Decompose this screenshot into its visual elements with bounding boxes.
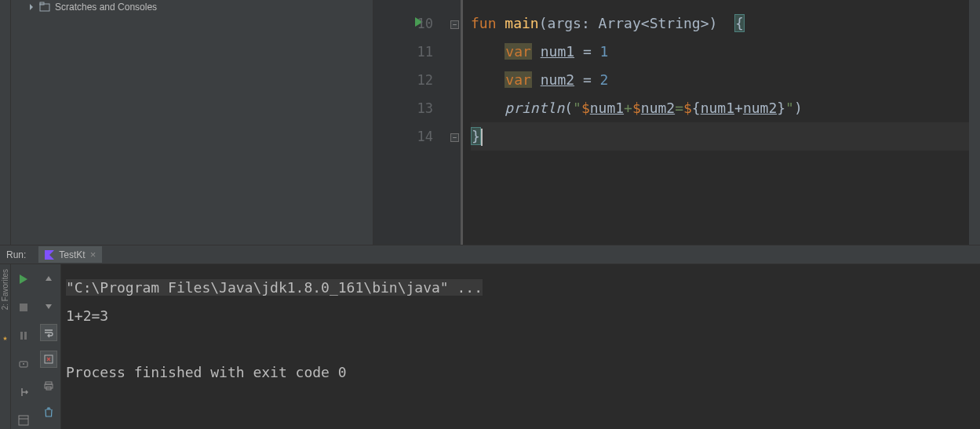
pause-button[interactable]: [15, 327, 32, 344]
layout-button[interactable]: [15, 412, 32, 429]
left-run-gutter: 2: Favorites ★: [0, 264, 11, 429]
down-arrow-button[interactable]: [40, 297, 57, 314]
code-line-12: var num2 = 2: [471, 66, 969, 94]
dump-button[interactable]: [15, 355, 32, 373]
editor-scrollbar[interactable]: [969, 0, 980, 245]
chevron-right-icon: [28, 4, 35, 10]
close-icon[interactable]: ×: [90, 249, 97, 260]
print-button[interactable]: [40, 377, 57, 394]
scroll-to-end-button[interactable]: [40, 351, 57, 368]
clear-button[interactable]: [40, 404, 57, 421]
run-tab-label: TestKt: [59, 249, 85, 260]
left-gutter-bar: [0, 0, 11, 245]
run-tab[interactable]: TestKt ×: [38, 246, 102, 263]
tree-item-scratches[interactable]: Scratches and Consoles: [11, 0, 373, 14]
folder-icon: [39, 2, 50, 13]
run-toolbar-secondary: [36, 264, 61, 429]
svg-rect-7: [19, 416, 28, 425]
project-tree-panel[interactable]: Scratches and Consoles: [11, 0, 373, 245]
text-caret: [481, 129, 483, 146]
fold-column[interactable]: − −: [449, 0, 461, 245]
favorites-label[interactable]: 2: Favorites: [1, 269, 9, 310]
svg-rect-3: [20, 332, 23, 340]
run-toolbar-primary: [11, 264, 36, 429]
code-line-14: }: [471, 122, 969, 151]
up-arrow-button[interactable]: [40, 271, 57, 288]
code-line-13: println("$num1+$num2=${num1+num2}"): [471, 94, 969, 122]
fold-minus-icon[interactable]: −: [450, 20, 459, 29]
console-blank: [66, 330, 975, 358]
svg-rect-2: [20, 304, 27, 311]
line-number-gutter: 10 11 12 13 14: [373, 0, 449, 245]
code-editor[interactable]: 10 11 12 13 14 − − fun main(args: Array<…: [373, 0, 980, 245]
console-exit-message: Process finished with exit code 0: [66, 358, 975, 387]
svg-rect-4: [24, 332, 27, 340]
rerun-button[interactable]: [15, 271, 32, 288]
stop-button[interactable]: [15, 299, 32, 316]
fold-minus-icon[interactable]: −: [450, 133, 459, 142]
star-icon[interactable]: ★: [2, 333, 7, 342]
code-text-area[interactable]: fun main(args: Array<String>) { var num1…: [461, 0, 969, 245]
run-label: Run:: [6, 249, 26, 260]
tree-item-label: Scratches and Consoles: [55, 2, 157, 13]
soft-wrap-button[interactable]: [40, 324, 57, 341]
code-line-10: fun main(args: Array<String>) {: [471, 9, 969, 38]
run-panel-header: Run: TestKt ×: [0, 245, 980, 264]
code-line-11: var num1 = 1: [471, 38, 969, 66]
console-stdout: 1+2=3: [66, 302, 975, 330]
svg-point-6: [23, 363, 24, 365]
console-command: "C:\Program Files\Java\jdk1.8.0_161\bin\…: [66, 279, 483, 296]
exit-button[interactable]: [15, 384, 32, 401]
kotlin-file-icon: [45, 250, 54, 260]
console-output[interactable]: "C:\Program Files\Java\jdk1.8.0_161\bin\…: [61, 264, 980, 429]
